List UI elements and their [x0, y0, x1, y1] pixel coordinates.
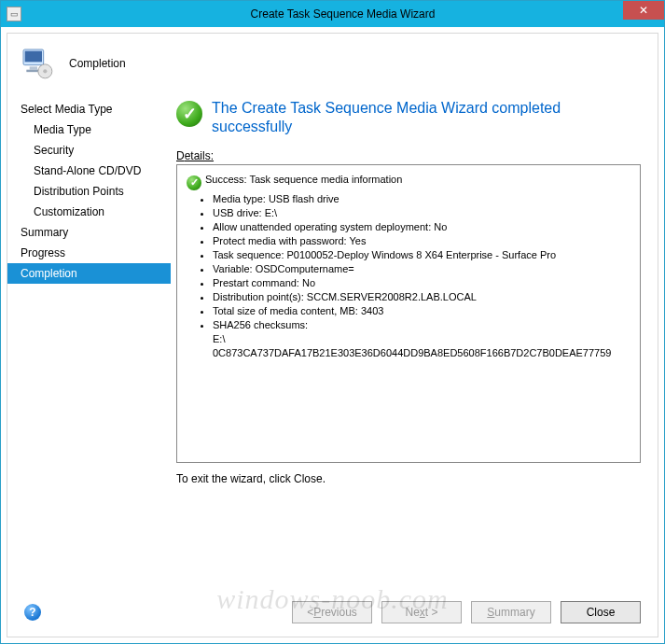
titlebar: ▭ Create Task Sequence Media Wizard ✕ — [1, 1, 664, 27]
details-bullet-list: Media type: USB flash driveUSB drive: E:… — [187, 192, 630, 332]
summary-button: Summary — [471, 601, 551, 623]
app-icon: ▭ — [7, 7, 21, 21]
details-bullet: Total size of media content, MB: 3403 — [213, 304, 630, 318]
wizard-step-title: Completion — [69, 57, 126, 70]
wizard-window: ▭ Create Task Sequence Media Wizard ✕ Co… — [0, 0, 665, 644]
details-textbox[interactable]: ✓Success: Task sequence media informatio… — [176, 164, 641, 463]
sidebar-item[interactable]: Media Type — [7, 119, 171, 140]
details-bullet: Prestart command: No — [213, 276, 630, 290]
sidebar-item[interactable]: Progress — [7, 243, 171, 263]
sidebar-item[interactable]: Distribution Points — [7, 181, 171, 202]
svg-rect-2 — [30, 66, 37, 69]
checksum-block: E:\ 0C873CA737DAFA17B21E303E36D6044DD9BA… — [187, 332, 630, 360]
status-headline: The Create Task Sequence Media Wizard co… — [212, 99, 641, 136]
sidebar-item[interactable]: Stand-Alone CD/DVD — [7, 161, 171, 181]
next-button: Next > — [381, 601, 462, 623]
window-close-button[interactable]: ✕ — [623, 1, 664, 20]
computer-media-icon — [19, 45, 56, 82]
success-small-icon: ✓ — [187, 175, 201, 190]
close-icon: ✕ — [639, 4, 648, 17]
wizard-footer: ? < Previous Next > Summary Close — [7, 588, 658, 637]
sidebar-item[interactable]: Customization — [7, 202, 171, 222]
checksum-value: 0C873CA737DAFA17B21E303E36D6044DD9BA8ED5… — [213, 346, 630, 360]
details-bullet: Variable: OSDComputername= — [213, 262, 630, 276]
sidebar-item[interactable]: Select Media Type — [7, 99, 171, 119]
sidebar-item[interactable]: Security — [7, 140, 171, 161]
status-row: ✓ The Create Task Sequence Media Wizard … — [176, 99, 641, 136]
sidebar-item[interactable]: Completion — [7, 263, 171, 284]
svg-point-5 — [43, 69, 47, 73]
wizard-nav-sidebar: Select Media TypeMedia TypeSecurityStand… — [7, 93, 171, 588]
details-success-line: ✓Success: Task sequence media informatio… — [187, 173, 630, 190]
details-bullet: Allow unattended operating system deploy… — [213, 220, 630, 234]
checksum-drive: E:\ — [213, 332, 630, 346]
window-title: Create Task Sequence Media Wizard — [21, 7, 664, 21]
close-button[interactable]: Close — [561, 601, 641, 623]
exit-note: To exit the wizard, click Close. — [176, 472, 641, 485]
details-bullet: USB drive: E:\ — [213, 206, 630, 220]
details-bullet: Media type: USB flash drive — [213, 192, 630, 206]
wizard-body: Completion Select Media TypeMedia TypeSe… — [7, 33, 658, 637]
details-bullet: Distribution point(s): SCCM.SERVER2008R2… — [213, 290, 630, 304]
details-bullet: SHA256 checksums: — [213, 318, 630, 332]
svg-rect-1 — [25, 50, 42, 62]
success-icon: ✓ — [176, 101, 202, 127]
details-bullet: Task sequence: P0100052-Deploy Windows 8… — [213, 248, 630, 262]
previous-button: < Previous — [292, 601, 372, 623]
details-label: Details: — [176, 149, 641, 162]
wizard-main-panel: ✓ The Create Task Sequence Media Wizard … — [171, 93, 658, 588]
wizard-header: Completion — [7, 34, 658, 93]
details-bullet: Protect media with password: Yes — [213, 234, 630, 248]
help-icon[interactable]: ? — [24, 604, 41, 621]
sidebar-item[interactable]: Summary — [7, 222, 171, 243]
